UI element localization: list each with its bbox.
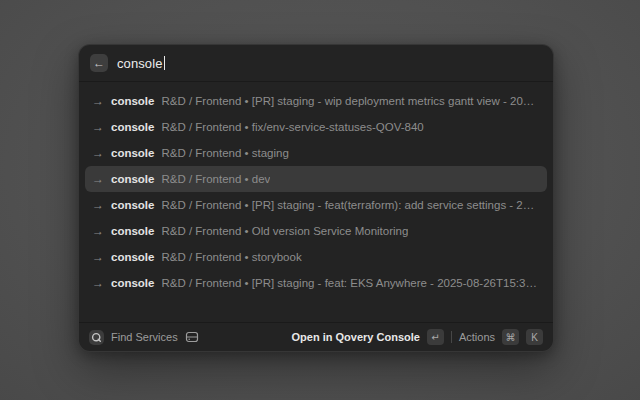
result-row[interactable]: → console R&D / Frontend • [PR] staging … [85,88,547,114]
result-keyword: console [111,121,154,133]
result-row[interactable]: → console R&D / Frontend • staging [85,140,547,166]
result-row[interactable]: → console R&D / Frontend • storybook [85,244,547,270]
actions-menu-button[interactable]: Actions ⌘ K [459,329,543,345]
result-keyword: console [111,173,154,185]
results-list: → console R&D / Frontend • [PR] staging … [79,82,553,322]
back-arrow-icon: ← [93,57,105,69]
result-keyword: console [111,199,154,211]
arrow-right-icon: → [92,224,104,238]
result-keyword: console [111,251,154,263]
result-description: R&D / Frontend • [PR] staging - wip depl… [161,95,540,107]
result-keyword: console [111,225,154,237]
qovery-logo-icon [89,330,104,345]
enter-key: ↵ [427,329,444,345]
result-keyword: console [111,95,154,107]
result-keyword: console [111,277,154,289]
command-palette: ← console → console R&D / Frontend • [PR… [78,44,554,352]
services-icon [185,330,199,344]
arrow-right-icon: → [92,172,104,186]
result-description: R&D / Frontend • fix/env-service-statuse… [161,121,423,133]
k-key: K [526,329,543,345]
result-description: R&D / Frontend • Old version Service Mon… [161,225,408,237]
find-services-label: Find Services [111,331,178,343]
result-row[interactable]: → console R&D / Frontend • Old version S… [85,218,547,244]
arrow-right-icon: → [92,198,104,212]
arrow-right-icon: → [92,276,104,290]
open-console-label: Open in Qovery Console [292,331,420,343]
actions-label: Actions [459,331,495,343]
result-description: R&D / Frontend • [PR] staging - feat(ter… [161,199,540,211]
result-keyword: console [111,147,154,159]
result-description: R&D / Frontend • dev [161,173,270,185]
result-description: R&D / Frontend • staging [161,147,288,159]
back-button[interactable]: ← [90,54,108,72]
arrow-right-icon: → [92,146,104,160]
result-row[interactable]: → console R&D / Frontend • [PR] staging … [85,192,547,218]
search-query-text: console [117,56,163,71]
result-description: R&D / Frontend • storybook [161,251,301,263]
footer-divider [451,331,452,343]
arrow-right-icon: → [92,250,104,264]
result-description: R&D / Frontend • [PR] staging - feat: EK… [161,277,540,289]
open-in-console-action[interactable]: Open in Qovery Console ↵ [292,329,444,345]
search-input[interactable]: console [117,45,542,81]
find-services-action[interactable]: Find Services [89,330,199,345]
text-cursor [164,56,166,70]
command-key: ⌘ [502,329,519,345]
arrow-right-icon: → [92,94,104,108]
result-row[interactable]: → console R&D / Frontend • dev [85,166,547,192]
result-row[interactable]: → console R&D / Frontend • [PR] staging … [85,270,547,296]
search-header: ← console [79,45,553,82]
footer-bar: Find Services Open in Qovery Console ↵ A… [79,322,553,351]
result-row[interactable]: → console R&D / Frontend • fix/env-servi… [85,114,547,140]
arrow-right-icon: → [92,120,104,134]
